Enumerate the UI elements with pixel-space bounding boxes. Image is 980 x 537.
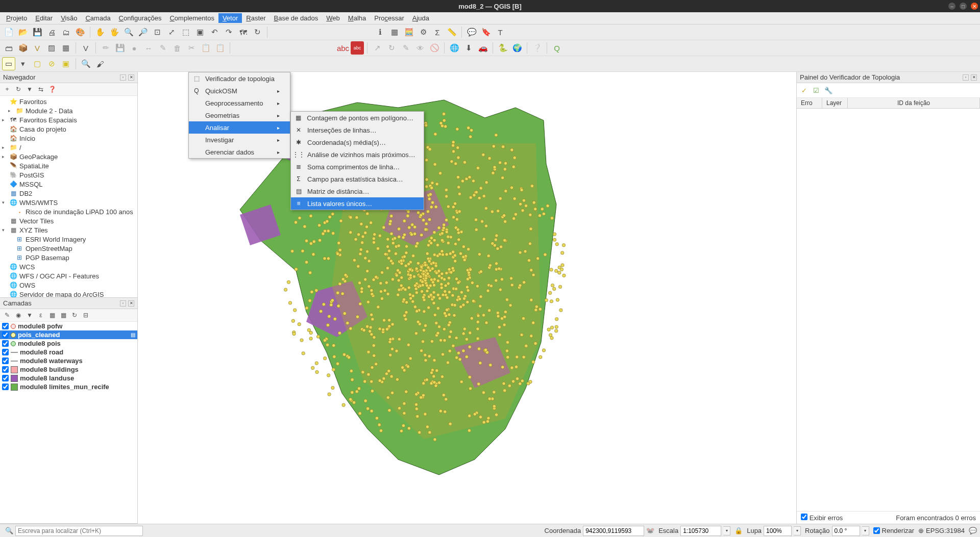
messages-button[interactable]: 💬 (969, 527, 977, 534)
add-feature-button[interactable]: ● (128, 41, 141, 55)
browser-node[interactable]: 🌐WFS / OGC API - Features (0, 271, 137, 280)
open-project-button[interactable]: 📂 (16, 25, 30, 39)
new-geopackage-button[interactable]: 📦 (16, 41, 30, 55)
vetor-menu-item[interactable]: Gerenciar dados▸ (189, 146, 290, 158)
plugin-car-button[interactable]: 🚗 (476, 41, 489, 55)
vetor-menu-dropdown[interactable]: ⬚Verificador de topologiaQQuickOSM▸Geopr… (188, 72, 290, 159)
copy-features-button[interactable]: 📋 (199, 41, 212, 55)
browser-node[interactable]: 🌐OWS (0, 280, 137, 290)
menu-malha[interactable]: Malha (344, 13, 370, 23)
analisar-menu-item[interactable]: ▦Contagem de pontos em polígono… (291, 112, 424, 124)
layers-toolbar-btn-1[interactable]: ◉ (13, 310, 23, 320)
vetor-menu-item[interactable]: Geometrias▸ (189, 109, 290, 121)
scale-dropdown-button[interactable]: ▾ (723, 526, 730, 535)
browser-toolbar-btn-2[interactable]: ▼ (24, 84, 35, 94)
label-move-button[interactable]: ↗ (371, 41, 384, 55)
select-features-button[interactable]: ▭ (2, 57, 15, 70)
window-maximize-button[interactable]: □ (960, 3, 967, 10)
browser-node[interactable]: 🌐Servidor de mapa do ArcGIS (0, 290, 137, 297)
locator-input[interactable] (15, 526, 143, 536)
topology-show-errors-checkbox[interactable]: Exibir erros (801, 514, 843, 522)
analisar-menu-item[interactable]: ≣Soma comprimentos de linha… (291, 161, 424, 173)
statistics-button[interactable]: Σ (431, 25, 444, 39)
topology-float-button[interactable]: ▫ (963, 74, 969, 81)
analisar-menu-item[interactable]: ⋮⋮Análise de vizinhos mais próximos… (291, 148, 424, 161)
topology-header-feature-id[interactable]: ID da feição (848, 98, 980, 108)
vetor-menu-item[interactable]: Investigar▸ (189, 134, 290, 146)
new-map-view-button[interactable]: 🗺 (236, 25, 250, 39)
select-by-value-button[interactable]: ▢ (31, 57, 44, 70)
browser-node[interactable]: 🐘PostGIS (0, 170, 137, 180)
menu-visão[interactable]: Visão (57, 13, 81, 23)
menu-complementos[interactable]: Complementos (165, 13, 218, 23)
select-all-button[interactable]: ▣ (59, 57, 72, 70)
add-virtual-button[interactable]: V (79, 41, 92, 55)
label-hide-button[interactable]: 🚫 (428, 41, 441, 55)
toggle-editing-button[interactable]: ✏ (99, 41, 112, 55)
vetor-menu-item[interactable]: ⬚Verificador de topologia (189, 72, 290, 85)
layer-row[interactable]: module8 buildings (0, 365, 137, 374)
label-toolbar-button[interactable]: abc (336, 41, 350, 55)
deselect-button[interactable]: ⊘ (45, 57, 58, 70)
browser-node[interactable]: 🔷MSSQL (0, 180, 137, 189)
new-project-button[interactable]: 📄 (2, 25, 15, 39)
rotation-spinner-button[interactable]: ▾ (862, 526, 869, 535)
browser-node[interactable]: ⊞PGP Basemap (0, 253, 137, 262)
map-canvas[interactable]: ⬚Verificador de topologiaQQuickOSM▸Geopr… (138, 72, 796, 524)
pan-button[interactable]: ✋ (93, 25, 107, 39)
style-manager-button[interactable]: 🎨 (74, 25, 87, 39)
layer-visibility-checkbox[interactable] (2, 357, 9, 364)
browser-toolbar-btn-1[interactable]: ↻ (13, 84, 23, 94)
delete-selected-button[interactable]: 🗑 (170, 41, 184, 55)
identify-button[interactable]: ℹ (374, 25, 387, 39)
menu-projeto[interactable]: Projeto (2, 13, 31, 23)
field-calculator-button[interactable]: 🧮 (402, 25, 415, 39)
layers-toolbar-btn-0[interactable]: ✎ (2, 310, 12, 320)
quickosm-button[interactable]: Q (550, 41, 564, 55)
browser-node[interactable]: ▾🌐WMS/WMTS (0, 198, 137, 207)
menu-editar[interactable]: Editar (31, 13, 57, 23)
layers-close-button[interactable]: ✕ (128, 300, 134, 306)
browser-node[interactable]: ▸📁Module 2 - Data (0, 106, 137, 115)
vertex-tool-button[interactable]: ✎ (156, 41, 169, 55)
menu-raster[interactable]: Raster (242, 13, 270, 23)
scale-input[interactable] (680, 526, 721, 536)
select-dropdown-button[interactable]: ▾ (16, 57, 30, 70)
label-show-button[interactable]: 👁 (413, 41, 427, 55)
layer-visibility-checkbox[interactable] (2, 366, 9, 373)
data-source-manager-button[interactable]: 🗃 (2, 41, 15, 55)
new-print-layout-button[interactable]: 🖨 (45, 25, 58, 39)
browser-toolbar-btn-3[interactable]: ⇆ (36, 84, 46, 94)
add-mesh-button[interactable]: ▦ (59, 41, 72, 55)
magnifier-input[interactable] (764, 526, 792, 536)
topology-close-button[interactable]: ✕ (971, 74, 977, 81)
menu-vetor[interactable]: Vetor (218, 13, 242, 23)
window-close-button[interactable]: ✕ (971, 3, 978, 10)
zoom-next-button[interactable]: ↷ (222, 25, 235, 39)
measure-button[interactable]: 📏 (445, 25, 458, 39)
vetor-menu-item[interactable]: Geoprocessamento▸ (189, 97, 290, 109)
render-checkbox[interactable]: Renderizar (873, 527, 915, 534)
map-tips-button[interactable]: 💬 (465, 25, 478, 39)
attributes-table-button[interactable]: ▦ (388, 25, 401, 39)
browser-node[interactable]: 🏠Casa do projeto (0, 124, 137, 134)
layer-row[interactable]: module8 limites_mun_recife (0, 382, 137, 391)
layers-toolbar-btn-3[interactable]: ε (36, 310, 46, 320)
layout-manager-button[interactable]: 🗂 (59, 25, 72, 39)
zoom-selection-button[interactable]: ⬚ (179, 25, 192, 39)
label-rotate-button[interactable]: ↻ (385, 41, 398, 55)
layer-visibility-checkbox[interactable] (2, 323, 9, 329)
save-edits-button[interactable]: 💾 (113, 41, 127, 55)
plugin-globe-button[interactable]: 🌍 (510, 41, 524, 55)
layers-toolbar-btn-6[interactable]: ↻ (69, 310, 80, 320)
menu-camada[interactable]: Camada (81, 13, 114, 23)
browser-node[interactable]: ⊞ESRI World Imagery (0, 235, 137, 244)
browser-node[interactable]: ▦DB2 (0, 189, 137, 198)
layers-float-button[interactable]: ▫ (120, 300, 126, 306)
analisar-menu-item[interactable]: ✱Coordenada(s) média(s)… (291, 136, 424, 148)
save-project-button[interactable]: 💾 (31, 25, 44, 39)
browser-node[interactable]: ⬩Risco de inundação LiPAD 100 anos (0, 207, 137, 216)
refresh-button[interactable]: ↻ (251, 25, 264, 39)
menu-processar[interactable]: Processar (370, 13, 408, 23)
add-raster-button[interactable]: ▨ (45, 41, 58, 55)
